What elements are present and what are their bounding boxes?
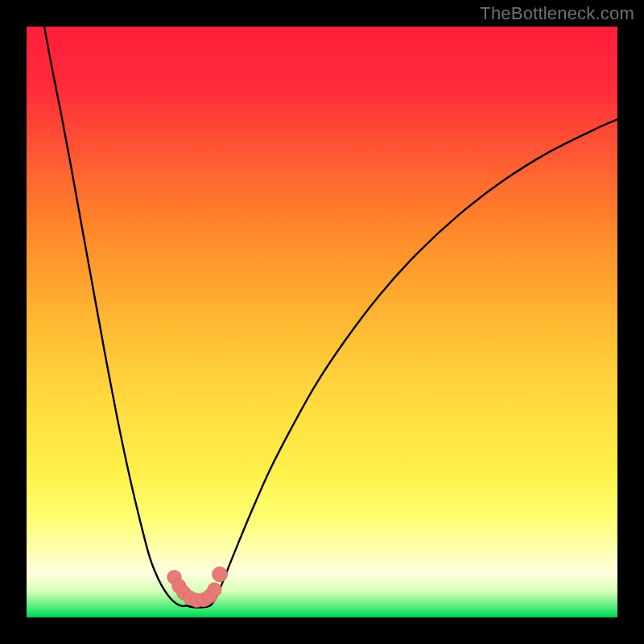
valley-marker bbox=[208, 583, 222, 597]
plot-area bbox=[27, 27, 617, 617]
gradient-background bbox=[27, 27, 617, 617]
chart-frame: TheBottleneck.com bbox=[0, 0, 644, 644]
valley-marker bbox=[212, 567, 227, 582]
watermark-text: TheBottleneck.com bbox=[480, 3, 634, 24]
plot-svg bbox=[27, 27, 617, 617]
